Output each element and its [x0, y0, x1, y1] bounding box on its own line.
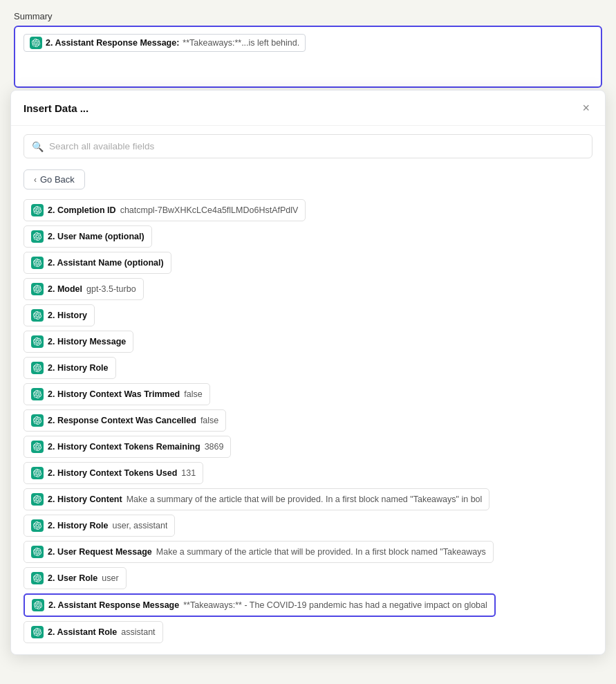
- field-value: chatcmpl-7BwXHKcLCe4a5flLMDo6HstAfPdlV: [120, 205, 299, 215]
- field-name: 2. History Role: [48, 521, 109, 530]
- field-chip[interactable]: 2. Response Context Was Cancelledfalse: [24, 409, 226, 432]
- field-name: 2. History Content: [48, 494, 122, 504]
- field-chip[interactable]: 2. History ContentMake a summary of the …: [24, 488, 489, 510]
- gpt-icon: [31, 204, 44, 216]
- field-value: assistant: [121, 627, 155, 637]
- summary-chip-value: **Takeaways:**...is left behind.: [183, 38, 299, 48]
- gpt-icon: [31, 519, 44, 532]
- search-icon: 🔍: [32, 141, 44, 152]
- field-chip[interactable]: 2. User Request MessageMake a summary of…: [24, 541, 494, 563]
- gpt-icon: [31, 362, 44, 374]
- field-name: 2. History Context Was Trimmed: [48, 389, 180, 399]
- go-back-button[interactable]: ‹ Go Back: [24, 169, 85, 190]
- chevron-left-icon: ‹: [34, 175, 37, 185]
- field-name: 2. History Context Tokens Used: [48, 468, 177, 478]
- field-value: Make a summary of the article that will …: [156, 547, 486, 557]
- field-name: 2. History Role: [48, 363, 109, 373]
- field-name: 2. Assistant Response Message: [48, 600, 179, 610]
- field-chip[interactable]: 2. Assistant Name (optional): [24, 252, 171, 274]
- field-name: 2. User Role: [48, 573, 97, 583]
- gpt-icon: [31, 335, 44, 348]
- field-name: 2. History: [48, 311, 87, 320]
- field-chip[interactable]: 2. Completion IDchatcmpl-7BwXHKcLCe4a5fl…: [24, 199, 306, 221]
- field-chip[interactable]: 2. User Roleuser: [24, 567, 127, 589]
- field-value: user, assistant: [113, 521, 168, 530]
- field-name: 2. Assistant Role: [48, 627, 117, 637]
- summary-input-box[interactable]: 2. Assistant Response Message: **Takeawa…: [14, 26, 602, 88]
- field-name: 2. History Message: [48, 337, 126, 346]
- go-back-label: Go Back: [40, 174, 75, 185]
- gpt-icon: [32, 599, 44, 611]
- field-name: 2. Completion ID: [48, 205, 116, 215]
- gpt-icon: [31, 467, 44, 479]
- gpt-icon: [31, 309, 44, 322]
- gpt-icon: [31, 283, 44, 295]
- field-value: **Takeaways:** - The COVID-19 pandemic h…: [183, 600, 487, 610]
- fields-list: 2. Completion IDchatcmpl-7BwXHKcLCe4a5fl…: [11, 196, 605, 654]
- field-chip[interactable]: 2. Assistant Response Message**Takeaways…: [24, 593, 496, 617]
- field-chip[interactable]: 2. History Context Was Trimmedfalse: [24, 383, 210, 405]
- field-chip[interactable]: 2. History Roleuser, assistant: [24, 515, 175, 537]
- field-value: Make a summary of the article that will …: [127, 494, 483, 504]
- field-chip[interactable]: 2. History: [24, 304, 95, 326]
- field-name: 2. Response Context Was Cancelled: [48, 416, 196, 425]
- field-chip[interactable]: 2. User Name (optional): [24, 225, 152, 248]
- field-name: 2. Assistant Name (optional): [48, 258, 164, 268]
- field-chip[interactable]: 2. History Context Tokens Remaining3869: [24, 436, 231, 458]
- field-value: gpt-3.5-turbo: [86, 284, 136, 294]
- summary-chip: 2. Assistant Response Message: **Takeawa…: [24, 34, 306, 52]
- summary-section: Summary 2. Assistant Response Message: *…: [0, 0, 616, 88]
- field-value: false: [200, 416, 218, 425]
- gpt-icon: [31, 388, 44, 400]
- field-value: 131: [181, 468, 196, 478]
- summary-chip-label: 2. Assistant Response Message:: [46, 38, 179, 48]
- field-chip[interactable]: 2. History Message: [24, 331, 133, 353]
- gpt-icon: [31, 414, 44, 427]
- field-name: 2. History Context Tokens Remaining: [48, 442, 200, 452]
- gpt-icon: [31, 626, 44, 638]
- field-chip[interactable]: 2. History Role: [24, 357, 116, 379]
- modal-title: Insert Data ...: [24, 102, 88, 114]
- field-chip[interactable]: 2. Assistant Roleassistant: [24, 621, 163, 643]
- field-name: 2. Model: [48, 284, 82, 294]
- gpt-icon: [31, 493, 44, 506]
- modal-close-button[interactable]: ×: [579, 100, 592, 115]
- gpt-icon: [31, 546, 44, 558]
- gpt-icon: [31, 257, 44, 269]
- field-chip[interactable]: 2. History Context Tokens Used131: [24, 462, 203, 484]
- search-input[interactable]: [24, 134, 592, 158]
- gpt-icon: [31, 441, 44, 453]
- summary-label: Summary: [14, 11, 602, 21]
- gpt-icon: [30, 37, 42, 49]
- insert-data-modal: Insert Data ... × 🔍 ‹ Go Back 2. Complet…: [10, 90, 606, 655]
- search-wrapper: 🔍: [24, 134, 592, 158]
- field-value: false: [184, 389, 202, 399]
- field-value: user: [102, 573, 118, 583]
- gpt-icon: [31, 572, 44, 584]
- gpt-icon: [31, 230, 44, 243]
- modal-search-section: 🔍: [11, 126, 605, 167]
- field-value: 3869: [205, 442, 224, 452]
- field-name: 2. User Request Message: [48, 547, 152, 557]
- modal-header: Insert Data ... ×: [11, 91, 605, 126]
- field-name: 2. User Name (optional): [48, 232, 144, 241]
- field-chip[interactable]: 2. Modelgpt-3.5-turbo: [24, 278, 144, 300]
